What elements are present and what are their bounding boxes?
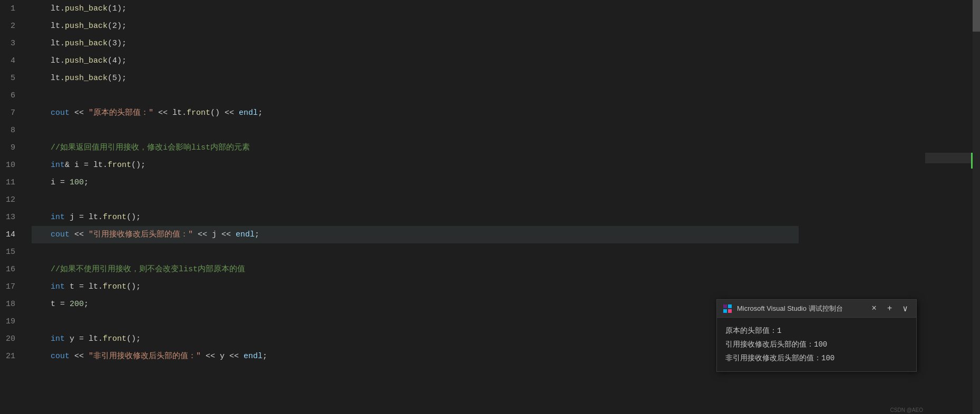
- line-number-8: 8: [0, 122, 20, 139]
- output-content: 原本的头部值：1引用接收修改后头部的值：100非引用接收修改后头部的值：100: [717, 318, 916, 371]
- line-number-15: 15: [0, 243, 20, 261]
- code-line-18: t = 200;: [32, 295, 799, 313]
- line-number-19: 19: [0, 313, 20, 330]
- line-number-2: 2: [0, 17, 20, 35]
- line-number-1: 1: [0, 0, 20, 17]
- line-number-3: 3: [0, 35, 20, 52]
- add-button[interactable]: +: [884, 303, 896, 314]
- svg-rect-0: [723, 304, 727, 308]
- code-line-17: int t = lt.front();: [32, 278, 799, 295]
- line-number-12: 12: [0, 191, 20, 209]
- line-number-6: 6: [0, 87, 20, 104]
- code-line-3: lt.push_back(3);: [32, 35, 799, 52]
- line-numbers: 123456789101112131415161718192021: [0, 0, 24, 414]
- line-number-13: 13: [0, 209, 20, 226]
- minimap: [925, 0, 973, 414]
- code-line-12: [32, 191, 799, 209]
- vs-icon: [722, 303, 733, 314]
- code-line-7: cout << "原本的头部值：" << lt.front() << endl;: [32, 104, 799, 122]
- code-line-6: [32, 87, 799, 104]
- code-line-8: [32, 122, 799, 139]
- code-line-15: [32, 243, 799, 261]
- output-line: 引用接收修改后头部的值：100: [725, 338, 908, 351]
- line-number-7: 7: [0, 104, 20, 122]
- svg-rect-1: [728, 304, 732, 308]
- code-line-9: //如果返回值用引用接收，修改i会影响list内部的元素: [32, 139, 799, 156]
- line-number-14: 14: [0, 226, 20, 243]
- line-number-11: 11: [0, 174, 20, 191]
- code-line-13: int j = lt.front();: [32, 209, 799, 226]
- code-line-11: i = 100;: [32, 174, 799, 191]
- line-number-16: 16: [0, 261, 20, 278]
- chevron-button[interactable]: ∨: [899, 302, 911, 315]
- close-button[interactable]: ×: [868, 303, 880, 314]
- code-line-19: [32, 313, 799, 330]
- line-number-17: 17: [0, 278, 20, 295]
- line-number-4: 4: [0, 52, 20, 70]
- svg-rect-2: [723, 309, 727, 313]
- output-line: 原本的头部值：1: [725, 324, 908, 338]
- editor-area: 123456789101112131415161718192021 lt.pus…: [0, 0, 980, 414]
- code-line-2: lt.push_back(2);: [32, 17, 799, 35]
- code-line-20: int y = lt.front();: [32, 330, 799, 348]
- code-line-10: int& i = lt.front();: [32, 156, 799, 174]
- line-number-18: 18: [0, 295, 20, 313]
- scrollbar[interactable]: [973, 0, 980, 414]
- code-line-21: cout << "非引用接收修改后头部的值：" << y << endl;: [32, 348, 799, 365]
- code-lines: lt.push_back(1); lt.push_back(2); lt.pus…: [24, 0, 799, 414]
- line-number-21: 21: [0, 348, 20, 365]
- code-container: 123456789101112131415161718192021 lt.pus…: [0, 0, 801, 414]
- line-number-10: 10: [0, 156, 20, 174]
- output-window: Microsoft Visual Studio 调试控制台 × + ∨ 原本的头…: [716, 299, 917, 372]
- code-line-14: cout << "引用接收修改后头部的值：" << j << endl;: [32, 226, 799, 243]
- output-titlebar: Microsoft Visual Studio 调试控制台 × + ∨: [717, 300, 916, 318]
- line-number-5: 5: [0, 70, 20, 87]
- scrollbar-thumb[interactable]: [973, 0, 980, 32]
- output-title: Microsoft Visual Studio 调试控制台: [737, 304, 868, 313]
- watermark: CSDN @AEO: [890, 407, 923, 413]
- code-line-5: lt.push_back(5);: [32, 70, 799, 87]
- code-line-16: //如果不使用引用接收，则不会改变list内部原本的值: [32, 261, 799, 278]
- line-number-9: 9: [0, 139, 20, 156]
- code-line-4: lt.push_back(4);: [32, 52, 799, 70]
- code-line-1: lt.push_back(1);: [32, 0, 799, 17]
- line-number-20: 20: [0, 330, 20, 348]
- output-line: 非引用接收修改后头部的值：100: [725, 351, 908, 365]
- output-controls: × + ∨: [868, 302, 911, 315]
- svg-rect-3: [728, 309, 732, 313]
